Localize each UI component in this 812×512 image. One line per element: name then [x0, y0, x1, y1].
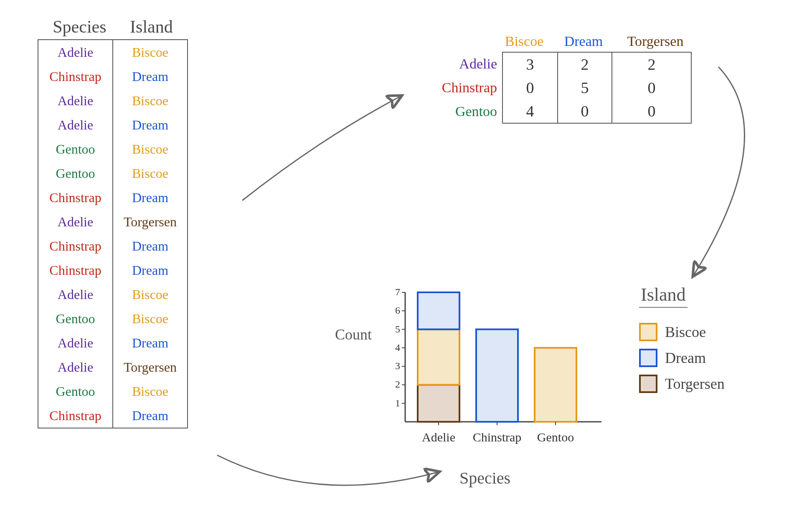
island-cell: Biscoe [113, 40, 187, 64]
crosstab-cell: 4 [503, 99, 557, 123]
island-cell: Dream [113, 331, 187, 355]
island-cell: Dream [113, 113, 187, 137]
table-row: ChinstrapDream [38, 234, 187, 258]
species-cell: Adelie [38, 282, 113, 307]
legend-item-biscoe: Biscoe [639, 323, 725, 341]
table-row: AdelieDream [38, 113, 187, 137]
crosstab-row-adelie: Adelie [418, 56, 497, 72]
crosstab-cell: 5 [557, 76, 612, 99]
species-cell: Adelie [38, 89, 113, 113]
raw-table-headers: Species Island [38, 17, 188, 37]
chart-ylabel: Count [335, 326, 372, 343]
table-row: AdelieDream [38, 331, 187, 355]
bar-segment [418, 292, 459, 330]
raw-table-body: AdelieBiscoeChinstrapDreamAdelieBiscoeAd… [38, 39, 188, 428]
chart-xlabel: Species [459, 468, 510, 488]
ytick-label: 6 [388, 305, 400, 316]
bar-segment [535, 348, 576, 422]
species-cell: Chinstrap [38, 185, 113, 210]
island-cell: Torgersen [113, 355, 187, 379]
island-cell: Dream [113, 185, 187, 210]
species-cell: Gentoo [38, 137, 113, 161]
crosstab-col-dream: Dream [556, 33, 611, 49]
crosstab-col-biscoe: Biscoe [497, 33, 551, 49]
stacked-bar-chart: Count AdelieChinstrapGentoo Species 1234… [343, 288, 610, 468]
crosstab-row-labels: Adelie Chinstrap Gentoo [418, 52, 502, 124]
raw-header-island: Island [130, 17, 173, 37]
table-row: ChinstrapDream [38, 64, 187, 89]
raw-data-table: Species Island AdelieBiscoeChinstrapDrea… [38, 17, 188, 428]
crosstab-cell: 3 [503, 53, 557, 76]
ytick-label: 7 [388, 286, 400, 298]
legend-title: Island [639, 284, 688, 308]
xtick-label: Gentoo [526, 430, 585, 444]
species-cell: Chinstrap [38, 234, 113, 258]
island-cell: Biscoe [113, 137, 187, 161]
crosstab-cell: 0 [557, 99, 612, 123]
bar-segment [418, 330, 459, 385]
ytick-label: 1 [388, 398, 400, 409]
island-cell: Dream [113, 258, 187, 282]
species-cell: Chinstrap [38, 258, 113, 282]
table-row: AdelieBiscoe [38, 40, 187, 64]
island-cell: Biscoe [113, 161, 187, 185]
island-cell: Biscoe [113, 307, 187, 331]
legend-label: Torgersen [665, 375, 725, 393]
chart-legend: Island Biscoe Dream Torgersen [639, 284, 725, 400]
table-row: GentooBiscoe [38, 307, 187, 331]
island-cell: Biscoe [113, 89, 187, 113]
species-cell: Gentoo [38, 307, 113, 331]
crosstab-cell: 0 [503, 76, 557, 99]
bar-segment [418, 385, 459, 422]
table-row: AdelieTorgersen [38, 210, 187, 234]
ytick-label: 5 [388, 324, 400, 335]
island-cell: Torgersen [113, 210, 187, 234]
chart-xlabels: AdelieChinstrapGentoo [388, 430, 606, 444]
species-cell: Adelie [38, 40, 113, 64]
crosstab-col-headers: Biscoe Dream Torgersen [497, 33, 695, 49]
ytick-label: 4 [388, 342, 400, 353]
table-row: GentooBiscoe [38, 379, 187, 403]
crosstab-cell: 2 [557, 53, 612, 76]
swatch-icon [639, 323, 657, 341]
ytick-label: 2 [388, 379, 400, 390]
xtick-label: Chinstrap [468, 430, 526, 444]
species-cell: Gentoo [38, 379, 113, 403]
crosstab-cell: 0 [612, 76, 691, 99]
xtick-label: Adelie [409, 430, 468, 444]
raw-header-species: Species [53, 17, 106, 37]
species-cell: Adelie [38, 331, 113, 355]
ytick-label: 3 [388, 360, 400, 372]
legend-label: Biscoe [665, 323, 706, 341]
crosstab-cell: 0 [612, 99, 691, 123]
island-cell: Dream [113, 64, 187, 89]
crosstab-table: Biscoe Dream Torgersen Adelie Chinstrap … [418, 33, 695, 124]
island-cell: Dream [113, 234, 187, 258]
species-cell: Adelie [38, 113, 113, 137]
crosstab-body: 322050400 [502, 52, 692, 124]
table-row: GentooBiscoe [38, 137, 187, 161]
crosstab-col-torgersen: Torgersen [616, 33, 695, 49]
species-cell: Chinstrap [38, 403, 113, 428]
island-cell: Dream [113, 403, 187, 428]
table-row: ChinstrapDream [38, 258, 187, 282]
island-cell: Biscoe [113, 282, 187, 307]
bar-segment [476, 330, 518, 422]
species-cell: Adelie [38, 355, 113, 379]
table-row: GentooBiscoe [38, 161, 187, 185]
chart-canvas [388, 288, 606, 447]
table-row: AdelieBiscoe [38, 89, 187, 113]
species-cell: Adelie [38, 210, 113, 234]
crosstab-row-chinstrap: Chinstrap [418, 80, 497, 96]
crosstab-row-gentoo: Gentoo [418, 104, 497, 119]
legend-label: Dream [665, 349, 706, 367]
crosstab-cell: 2 [612, 53, 691, 76]
table-row: AdelieBiscoe [38, 282, 187, 307]
swatch-icon [639, 349, 657, 367]
swatch-icon [639, 375, 657, 393]
island-cell: Biscoe [113, 379, 187, 403]
legend-item-torgersen: Torgersen [639, 375, 725, 393]
table-row: ChinstrapDream [38, 185, 187, 210]
species-cell: Gentoo [38, 161, 113, 185]
table-row: ChinstrapDream [38, 403, 187, 428]
